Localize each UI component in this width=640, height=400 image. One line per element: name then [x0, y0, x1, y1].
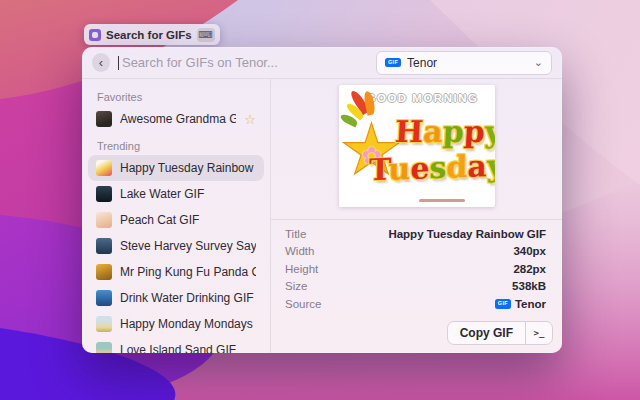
list-item-awesome-grandma[interactable]: Awesome Grandma GIF ☆ [88, 106, 264, 132]
copy-gif-button[interactable]: Copy GIF [448, 322, 525, 344]
metadata-label: Width [285, 245, 513, 257]
metadata-label: Source [285, 298, 495, 310]
command-pill[interactable]: Search for GIFs ⌨ [84, 24, 220, 45]
list-item-love-island[interactable]: Love Island Sand GIF [88, 337, 264, 353]
happy-tuesday-gif-thumbnail [96, 160, 112, 176]
list-item-label: Lake Water GIF [120, 187, 256, 201]
section-title-favorites: Favorites [97, 91, 264, 103]
list-item-label: Drink Water Drinking GIF [120, 291, 256, 305]
gif-watermark [419, 199, 465, 202]
metadata-row-width: Width 340px [271, 243, 562, 261]
metadata-row-size: Size 538kB [271, 278, 562, 296]
metadata-panel: Title Happy Tuesday Rainbow GIF Width 34… [271, 220, 562, 313]
footer-action-group: Copy GIF >_ [447, 321, 553, 345]
grandma-gif-thumbnail [96, 111, 112, 127]
list-item-label: Peach Cat GIF [120, 213, 256, 227]
metadata-value: 340px [513, 245, 546, 257]
terminal-shortcut-button[interactable]: >_ [526, 322, 552, 344]
metadata-label: Title [285, 228, 388, 240]
list-item-label: Happy Tuesday Rainbow GIF [120, 161, 256, 175]
peach-cat-gif-thumbnail [96, 212, 112, 228]
chevron-down-icon: ⌄ [534, 57, 543, 68]
list-item-label: Love Island Sand GIF [120, 343, 256, 353]
metadata-value: 282px [513, 263, 546, 275]
list-item-happy-monday[interactable]: Happy Monday Mondays GIF [88, 311, 264, 337]
steve-harvey-gif-thumbnail [96, 238, 112, 254]
search-input[interactable] [120, 54, 368, 71]
screen: Search for GIFs ⌨ ‹ GIF Tenor ⌄ Favorite… [0, 0, 640, 400]
detail-panel: GOOD MORNING ✿ Happy Tuesday [271, 79, 562, 353]
lake-water-gif-thumbnail [96, 186, 112, 202]
metadata-row-title: Title Happy Tuesday Rainbow GIF [271, 225, 562, 243]
command-pill-label: Search for GIFs [106, 29, 192, 41]
drink-water-gif-thumbnail [96, 290, 112, 306]
text-caret [118, 56, 119, 70]
window-header: ‹ GIF Tenor ⌄ [82, 47, 562, 78]
search-field-wrap [118, 54, 368, 71]
list-item-steve-harvey[interactable]: Steve Harvey Survey Says GIF [88, 233, 264, 259]
search-gifs-window: ‹ GIF Tenor ⌄ Favorites Awesome Grandma … [82, 47, 562, 353]
back-button[interactable]: ‹ [92, 53, 110, 72]
gif-extension-icon [89, 29, 101, 41]
list-item-lake-water[interactable]: Lake Water GIF [88, 181, 264, 207]
list-item-label: Mr Ping Kung Fu Panda GIF [120, 265, 256, 279]
source-dropdown-value: Tenor [407, 56, 528, 70]
metadata-value: Happy Tuesday Rainbow GIF [388, 228, 546, 240]
gif-heading-text: GOOD MORNING [367, 92, 479, 104]
metadata-label: Height [285, 263, 513, 275]
list-item-label: Happy Monday Mondays GIF [120, 317, 256, 331]
terminal-icon: >_ [534, 328, 545, 338]
copy-gif-label: Copy GIF [460, 326, 513, 340]
chevron-left-icon: ‹ [99, 56, 103, 69]
list-item-mr-ping[interactable]: Mr Ping Kung Fu Panda GIF [88, 259, 264, 285]
favorite-star-icon: ☆ [244, 113, 256, 126]
window-content: Favorites Awesome Grandma GIF ☆ Trending… [82, 79, 562, 353]
gif-badge-icon: GIF [495, 299, 511, 309]
gif-word-tuesday: Tuesday [368, 151, 494, 186]
section-title-trending: Trending [97, 140, 264, 152]
metadata-value: GIF Tenor [495, 298, 546, 310]
gif-preview-image: GOOD MORNING ✿ Happy Tuesday [339, 85, 495, 207]
list-item-happy-tuesday[interactable]: Happy Tuesday Rainbow GIF [88, 155, 264, 181]
list-item-label: Steve Harvey Survey Says GIF [120, 239, 256, 253]
gif-word-happy: Happy [394, 117, 495, 147]
love-island-gif-thumbnail [96, 342, 112, 353]
keyboard-icon: ⌨ [197, 28, 215, 42]
source-dropdown[interactable]: GIF Tenor ⌄ [376, 51, 552, 75]
gif-preview-zone: GOOD MORNING ✿ Happy Tuesday [271, 79, 562, 219]
gif-badge-icon: GIF [385, 58, 401, 68]
list-item-label: Awesome Grandma GIF [120, 112, 236, 126]
happy-monday-gif-thumbnail [96, 316, 112, 332]
source-value-text: Tenor [515, 298, 546, 310]
metadata-value: 538kB [512, 280, 546, 292]
list-item-drink-water[interactable]: Drink Water Drinking GIF [88, 285, 264, 311]
list-item-peach-cat[interactable]: Peach Cat GIF [88, 207, 264, 233]
metadata-label: Size [285, 280, 512, 292]
gif-list-sidebar: Favorites Awesome Grandma GIF ☆ Trending… [82, 79, 271, 353]
metadata-row-source: Source GIF Tenor [271, 295, 562, 313]
mr-ping-gif-thumbnail [96, 264, 112, 280]
metadata-row-height: Height 282px [271, 260, 562, 278]
